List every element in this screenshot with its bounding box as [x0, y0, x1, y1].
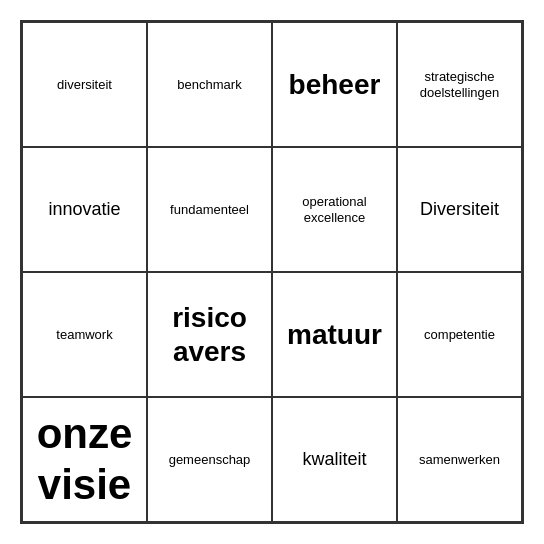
cell-label-r2c1: risico avers [154, 301, 265, 368]
bingo-cell-r0c3: strategische doelstellingen [397, 22, 522, 147]
bingo-cell-r1c1: fundamenteel [147, 147, 272, 272]
cell-label-r2c0: teamwork [56, 327, 112, 343]
bingo-cell-r2c0: teamwork [22, 272, 147, 397]
cell-label-r3c3: samenwerken [419, 452, 500, 468]
bingo-cell-r2c1: risico avers [147, 272, 272, 397]
cell-label-r0c3: strategische doelstellingen [404, 69, 515, 100]
bingo-cell-r3c3: samenwerken [397, 397, 522, 522]
cell-label-r1c2: operational excellence [279, 194, 390, 225]
cell-label-r1c0: innovatie [48, 199, 120, 221]
bingo-cell-r2c2: matuur [272, 272, 397, 397]
bingo-cell-r0c1: benchmark [147, 22, 272, 147]
cell-label-r3c2: kwaliteit [302, 449, 366, 471]
cell-label-r3c1: gemeenschap [169, 452, 251, 468]
cell-label-r0c1: benchmark [177, 77, 241, 93]
cell-label-r0c2: beheer [289, 68, 381, 102]
cell-label-r0c0: diversiteit [57, 77, 112, 93]
cell-label-r3c0: onze visie [29, 409, 140, 510]
bingo-cell-r0c0: diversiteit [22, 22, 147, 147]
bingo-cell-r1c3: Diversiteit [397, 147, 522, 272]
bingo-cell-r2c3: competentie [397, 272, 522, 397]
bingo-cell-r1c0: innovatie [22, 147, 147, 272]
bingo-grid: diversiteitbenchmarkbeheerstrategische d… [22, 22, 522, 522]
bingo-cell-r3c0: onze visie [22, 397, 147, 522]
bingo-cell-r3c1: gemeenschap [147, 397, 272, 522]
cell-label-r2c2: matuur [287, 318, 382, 352]
bingo-cell-r1c2: operational excellence [272, 147, 397, 272]
cell-label-r1c1: fundamenteel [170, 202, 249, 218]
bingo-board: diversiteitbenchmarkbeheerstrategische d… [20, 20, 524, 524]
bingo-cell-r0c2: beheer [272, 22, 397, 147]
cell-label-r1c3: Diversiteit [420, 199, 499, 221]
bingo-cell-r3c2: kwaliteit [272, 397, 397, 522]
cell-label-r2c3: competentie [424, 327, 495, 343]
